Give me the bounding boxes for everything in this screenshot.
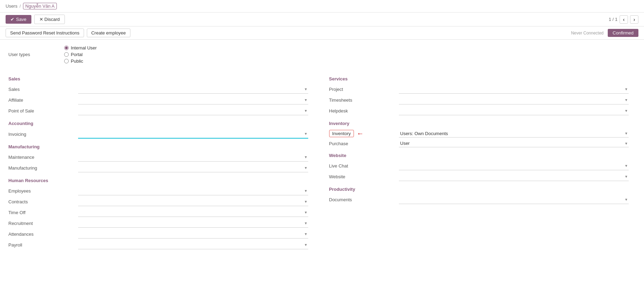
inventory-left-cell: Inventory ← [329,130,399,138]
arrow-right-icon: › [634,17,635,22]
helpdesk-value [400,108,626,114]
prev-button[interactable]: ‹ [620,15,628,24]
public-label: Public [71,58,83,64]
recruitment-chevron-icon: ▾ [305,221,307,226]
attendances-row: Attendances ▾ [8,230,308,239]
timesheets-chevron-icon: ▾ [625,97,627,102]
timesheets-select[interactable]: ▾ [399,96,629,104]
purchase-chevron-icon: ▾ [625,141,627,146]
sales-select[interactable]: ▾ [78,85,308,94]
right-column: Services Project ▾ Timesheets ▾ Helpdesk [329,71,636,251]
inventory-row: Inventory ← Users: Own Documents ▾ [329,130,629,138]
helpdesk-select[interactable]: ▾ [399,107,629,115]
pos-value [79,108,305,114]
website-field-label: Website [329,174,385,179]
pos-label: Point of Sale [8,108,64,114]
documents-select[interactable]: ▾ [399,195,629,204]
breadcrumb-parent[interactable]: Users [6,3,17,9]
confirmed-badge: Confirmed [608,29,638,37]
affiliate-value [79,97,305,103]
maintenance-select[interactable]: ▾ [78,153,308,162]
timeoff-label: Time Off [8,210,64,215]
documents-label: Documents [329,197,385,202]
sales-title: Sales [8,76,308,81]
website-value [400,173,626,180]
affiliate-select[interactable]: ▾ [78,96,308,104]
pos-chevron-icon: ▾ [305,108,307,113]
employees-value [79,188,305,194]
attendances-chevron-icon: ▾ [305,232,307,236]
payroll-label: Payroll [8,242,64,248]
livechat-row: Live Chat ▾ [329,162,629,170]
contracts-label: Contracts [8,199,64,204]
employees-chevron-icon: ▾ [305,188,307,193]
invoicing-chevron-icon: ▾ [305,131,307,136]
user-types-row: User types Internal User Portal Public [8,45,636,64]
timesheets-value [400,97,626,103]
affiliate-row: Affiliate ▾ [8,96,308,104]
radio-public[interactable]: Public [64,58,636,64]
manufacturing-select[interactable]: ▾ [78,164,308,172]
project-select[interactable]: ▾ [399,85,629,94]
documents-value [400,196,626,203]
livechat-select[interactable]: ▾ [399,162,629,170]
helpdesk-label: Helpdesk [329,108,385,114]
productivity-title: Productivity [329,187,629,192]
save-button[interactable]: ✔ Save [6,15,31,24]
timesheets-label: Timesheets [329,97,385,103]
portal-label: Portal [71,52,83,57]
user-types-section: User types Internal User Portal Public [8,45,636,64]
documents-row: Documents ▾ [329,195,629,204]
timeoff-row: Time Off ▾ [8,208,308,217]
create-employee-button[interactable]: Create employee [87,29,130,37]
recruitment-select[interactable]: ▾ [78,219,308,228]
livechat-label: Live Chat [329,163,385,169]
radio-internal-user[interactable]: Internal User [64,45,636,50]
recruitment-label: Recruitment [8,221,64,226]
manufacturing-row: Manufacturing ▾ [8,164,308,172]
contracts-select[interactable]: ▾ [78,197,308,206]
navigation-buttons: 1 / 1 ‹ › [609,15,638,24]
radio-portal[interactable]: Portal [64,52,636,57]
attendances-value [79,231,305,237]
timeoff-value [79,209,305,216]
sales-label: Sales [8,87,64,92]
helpdesk-chevron-icon: ▾ [625,108,627,113]
main-content: User types Internal User Portal Public [0,40,644,257]
services-title: Services [329,76,629,81]
purchase-label: Purchase [329,141,385,146]
discard-label: ✕ Discard [39,17,60,22]
employees-select[interactable]: ▾ [78,187,308,195]
purchase-select[interactable]: User ▾ [399,140,629,147]
permissions-grid: Sales Sales ▾ Affiliate ▾ Point of Sale [8,71,636,251]
arrow-left-icon: ‹ [623,17,625,22]
employees-label: Employees [8,188,64,194]
employees-row: Employees ▾ [8,187,308,195]
recruitment-value [79,220,305,226]
inventory-select[interactable]: Users: Own Documents ▾ [399,130,629,138]
purchase-value: User [400,141,626,146]
contracts-value [79,198,305,205]
attendances-select[interactable]: ▾ [78,230,308,239]
manufacturing-label: Manufacturing [8,165,64,171]
timeoff-select[interactable]: ▾ [78,208,308,217]
purchase-row: Purchase User ▾ [329,140,629,147]
discard-button[interactable]: ✕ Discard [34,15,65,24]
pos-select[interactable]: ▾ [78,107,308,115]
documents-chevron-icon: ▾ [625,197,627,202]
inventory-title: Inventory [329,121,629,126]
website-select[interactable]: ▾ [399,172,629,181]
toolbar: ✔ Save ✕ Discard 1 / 1 ‹ › [0,13,644,26]
payroll-select[interactable]: ▾ [78,241,308,249]
attendances-label: Attendances [8,232,64,237]
breadcrumb-separator: / [20,3,21,9]
contracts-chevron-icon: ▾ [305,199,307,204]
payroll-value [79,242,305,248]
manufacturing-title: Manufacturing [8,144,308,149]
send-reset-button[interactable]: Send Password Reset Instructions [6,29,84,37]
project-label: Project [329,87,385,92]
project-row: Project ▾ [329,85,629,94]
invoicing-select[interactable]: ▾ [78,130,308,139]
next-button[interactable]: › [630,15,638,24]
pos-row: Point of Sale ▾ [8,107,308,115]
